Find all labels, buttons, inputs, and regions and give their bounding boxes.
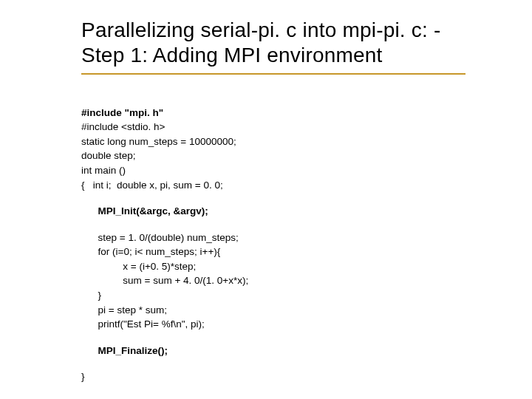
title-line-1: Parallelizing serial-pi. c into mpi-pi. …	[81, 18, 441, 41]
code-line: { int i; double x, pi, sum = 0. 0;	[81, 180, 223, 191]
code-line: static long num_steps = 10000000;	[81, 136, 236, 147]
code-line: }	[81, 290, 101, 301]
code-line: step = 1. 0/(double) num_steps;	[81, 232, 239, 243]
code-line: sum = sum + 4. 0/(1. 0+x*x);	[81, 275, 248, 286]
code-section-close: }	[81, 369, 488, 384]
slide: Parallelizing serial-pi. c into mpi-pi. …	[0, 0, 532, 399]
code-block: #include "mpi. h" #include <stdio. h> st…	[81, 91, 488, 399]
title-underline	[81, 73, 466, 75]
code-line: MPI_Init(&argc, &argv);	[81, 205, 208, 216]
code-line: }	[81, 371, 85, 382]
code-line: printf("Est Pi= %f\n", pi);	[81, 318, 205, 330]
title-line-2: Step 1: Adding MPI environment	[81, 44, 383, 66]
code-section-body: step = 1. 0/(double) num_steps; for (i=0…	[81, 231, 488, 332]
code-line: #include "mpi. h"	[81, 107, 163, 118]
code-line: int main ()	[81, 165, 126, 176]
code-line: x = (i+0. 5)*step;	[81, 261, 196, 272]
code-line: MPI_Finalize();	[81, 345, 168, 356]
code-line: for (i=0; i< num_steps; i++){	[81, 246, 220, 257]
slide-title: Parallelizing serial-pi. c into mpi-pi. …	[81, 18, 488, 67]
code-line: #include <stdio. h>	[81, 121, 165, 132]
code-section-mpi-finalize: MPI_Finalize();	[81, 344, 488, 358]
code-section-includes: #include "mpi. h" #include <stdio. h> st…	[81, 106, 488, 192]
code-section-mpi-init: MPI_Init(&argc, &argv);	[81, 204, 488, 219]
code-line: pi = step * sum;	[81, 304, 167, 316]
code-line: double step;	[81, 150, 136, 161]
